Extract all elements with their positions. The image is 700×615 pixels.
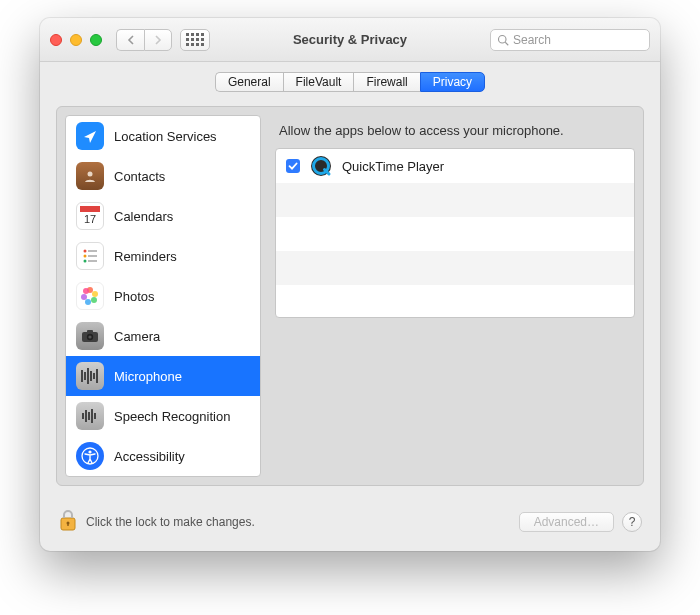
tab-label: General	[228, 75, 271, 89]
sidebar-item-calendars[interactable]: 17 Calendars	[66, 196, 260, 236]
svg-point-14	[85, 299, 91, 305]
chevron-left-icon	[127, 35, 135, 45]
svg-rect-26	[96, 369, 98, 383]
lock-button[interactable]	[58, 508, 78, 535]
svg-rect-25	[93, 373, 95, 379]
search-icon	[497, 34, 509, 46]
sidebar-item-speech-recognition[interactable]: Speech Recognition	[66, 396, 260, 436]
sidebar-item-contacts[interactable]: Contacts	[66, 156, 260, 196]
svg-rect-6	[88, 250, 97, 252]
tab-label: Firewall	[366, 75, 407, 89]
svg-line-1	[505, 42, 508, 45]
zoom-window-button[interactable]	[90, 34, 102, 46]
svg-rect-8	[88, 255, 97, 257]
app-row-empty	[276, 183, 634, 217]
svg-point-13	[91, 297, 97, 303]
sidebar-item-photos[interactable]: Photos	[66, 276, 260, 316]
tab-label: Privacy	[433, 75, 472, 89]
svg-rect-23	[87, 368, 89, 384]
svg-rect-3	[80, 206, 100, 212]
contacts-icon	[76, 162, 104, 190]
svg-point-12	[92, 291, 98, 297]
svg-rect-10	[88, 260, 97, 262]
back-button[interactable]	[116, 29, 144, 51]
svg-point-7	[84, 255, 87, 258]
sidebar-item-label: Microphone	[114, 369, 182, 384]
svg-point-16	[83, 288, 89, 294]
privacy-category-sidebar: Location Services Contacts 17 Calendars	[65, 115, 261, 477]
sidebar-item-label: Accessibility	[114, 449, 185, 464]
chevron-right-icon	[154, 35, 162, 45]
window-footer: Click the lock to make changes. Advanced…	[40, 498, 660, 551]
app-name: QuickTime Player	[342, 159, 444, 174]
calendar-icon: 17	[76, 202, 104, 230]
forward-button[interactable]	[144, 29, 172, 51]
microphone-icon	[76, 362, 104, 390]
sidebar-item-microphone[interactable]: Microphone	[66, 356, 260, 396]
sidebar-item-location-services[interactable]: Location Services	[66, 116, 260, 156]
svg-rect-31	[94, 413, 96, 419]
main-content: Location Services Contacts 17 Calendars	[40, 98, 660, 498]
svg-rect-28	[85, 410, 87, 422]
help-label: ?	[629, 515, 636, 529]
app-allow-checkbox[interactable]	[286, 159, 300, 173]
app-row-empty	[276, 217, 634, 251]
svg-point-15	[81, 294, 87, 300]
location-arrow-icon	[76, 122, 104, 150]
advanced-label: Advanced…	[534, 515, 599, 529]
tab-general[interactable]: General	[215, 72, 283, 92]
accessibility-icon	[76, 442, 104, 470]
search-input[interactable]	[513, 33, 643, 47]
tab-firewall[interactable]: Firewall	[353, 72, 419, 92]
tab-label: FileVault	[296, 75, 342, 89]
svg-text:17: 17	[84, 213, 96, 225]
nav-back-forward	[116, 29, 172, 51]
sidebar-item-label: Reminders	[114, 249, 177, 264]
speech-recognition-icon	[76, 402, 104, 430]
sidebar-item-label: Location Services	[114, 129, 217, 144]
tabs-row: General FileVault Firewall Privacy	[40, 62, 660, 98]
sidebar-item-accessibility[interactable]: Accessibility	[66, 436, 260, 476]
sidebar-item-label: Photos	[114, 289, 154, 304]
svg-point-9	[84, 260, 87, 263]
help-button[interactable]: ?	[622, 512, 642, 532]
svg-point-5	[84, 250, 87, 253]
privacy-detail-pane: Allow the apps below to access your micr…	[275, 115, 635, 477]
search-field[interactable]	[490, 29, 650, 51]
close-window-button[interactable]	[50, 34, 62, 46]
tabs: General FileVault Firewall Privacy	[215, 72, 485, 92]
app-row-empty	[276, 285, 634, 318]
svg-rect-24	[90, 371, 92, 381]
lock-message: Click the lock to make changes.	[86, 515, 255, 529]
advanced-button[interactable]: Advanced…	[519, 512, 614, 532]
checkmark-icon	[288, 161, 298, 171]
tab-privacy[interactable]: Privacy	[420, 72, 485, 92]
app-row-quicktime[interactable]: QuickTime Player	[276, 149, 634, 183]
svg-rect-18	[87, 330, 93, 333]
photos-icon	[76, 282, 104, 310]
camera-icon	[76, 322, 104, 350]
preferences-window: Security & Privacy General FileVault Fir…	[40, 18, 660, 551]
svg-point-0	[499, 35, 507, 43]
detail-header: Allow the apps below to access your micr…	[275, 115, 635, 148]
reminders-icon	[76, 242, 104, 270]
sidebar-item-camera[interactable]: Camera	[66, 316, 260, 356]
app-row-empty	[276, 251, 634, 285]
svg-rect-38	[67, 523, 68, 526]
titlebar: Security & Privacy	[40, 18, 660, 62]
sidebar-item-label: Calendars	[114, 209, 173, 224]
show-all-preferences-button[interactable]	[180, 29, 210, 51]
sidebar-item-label: Speech Recognition	[114, 409, 230, 424]
sidebar-item-reminders[interactable]: Reminders	[66, 236, 260, 276]
traffic-lights	[50, 34, 102, 46]
svg-rect-27	[82, 413, 84, 419]
sidebar-item-label: Contacts	[114, 169, 165, 184]
svg-point-20	[88, 335, 91, 338]
minimize-window-button[interactable]	[70, 34, 82, 46]
tab-filevault[interactable]: FileVault	[283, 72, 354, 92]
svg-point-33	[88, 450, 91, 453]
svg-point-2	[88, 172, 93, 177]
svg-rect-30	[91, 409, 93, 423]
svg-rect-22	[84, 372, 86, 380]
sidebar-item-label: Camera	[114, 329, 160, 344]
